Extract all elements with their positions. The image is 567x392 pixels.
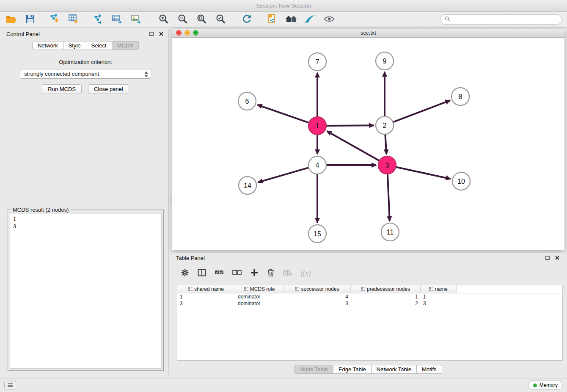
graph-node-10[interactable]: 10	[452, 172, 470, 190]
search-input[interactable]	[453, 17, 557, 23]
graph-node-3[interactable]: 3	[378, 156, 396, 174]
toolbar-group-zoom	[157, 13, 227, 26]
criterion-dropdown[interactable]: strongly connected component	[20, 69, 151, 79]
function-builder-button: f(x)	[301, 269, 311, 278]
close-panel-icon[interactable]	[159, 32, 163, 36]
table-cell[interactable]: 4	[284, 293, 351, 300]
column-header-predecessor-nodes[interactable]: predecessor nodes	[351, 285, 421, 293]
show-hide-button[interactable]	[322, 13, 336, 26]
open-session-button[interactable]	[4, 13, 18, 26]
table-cell[interactable]: 3	[421, 300, 457, 307]
control-panel-tabs: NetworkStyleSelectMCDS	[3, 41, 168, 50]
tab-mcds[interactable]: MCDS	[112, 41, 139, 50]
tab-network[interactable]: Network	[32, 41, 63, 50]
close-panel-button[interactable]: Close panel	[88, 84, 129, 94]
export-table-button[interactable]	[110, 13, 124, 26]
graph-node-7[interactable]: 7	[308, 53, 326, 71]
table-cell[interactable]: dominator	[235, 300, 284, 307]
import-table-button[interactable]	[67, 13, 80, 26]
close-table-panel-icon[interactable]	[555, 256, 559, 260]
first-neighbors-button[interactable]	[284, 13, 298, 26]
table-cell[interactable]: 3	[177, 300, 235, 307]
table-panel: Table Panel f(x) shared nameMCDS rolesuc…	[172, 253, 564, 375]
tab-style[interactable]: Style	[63, 41, 86, 50]
select-all-button[interactable]	[215, 270, 224, 276]
import-network-button[interactable]	[48, 13, 61, 26]
task-history-button[interactable]	[4, 381, 16, 389]
graph-node-4[interactable]: 4	[308, 156, 326, 174]
graph-node-15[interactable]: 15	[308, 225, 326, 243]
graph-edge-1-6[interactable]	[258, 105, 309, 123]
graph-node-8[interactable]: 8	[451, 88, 469, 105]
table-tab-node-table[interactable]: Node Table	[295, 365, 333, 374]
graph-edge-1-2[interactable]	[327, 125, 374, 126]
copy-network-button[interactable]	[265, 13, 279, 26]
table-row[interactable]: 3dominator323	[177, 300, 562, 307]
svg-text:10: 10	[457, 178, 465, 185]
network-window-title: scc.txt	[172, 29, 564, 37]
deselect-all-button[interactable]	[232, 270, 242, 276]
table-row[interactable]: 1dominator411	[177, 293, 562, 300]
graph-edge-4-14[interactable]	[258, 168, 308, 182]
zoom-fit-button[interactable]	[195, 13, 208, 26]
graph-node-1[interactable]: 1	[308, 117, 326, 135]
show-columns-button[interactable]	[198, 269, 206, 278]
save-session-button[interactable]	[23, 13, 37, 26]
network-canvas[interactable]: 7968124314101511	[172, 38, 564, 250]
network-window-titlebar[interactable]: × − + scc.txt	[172, 29, 564, 38]
minimize-window-button[interactable]: −	[184, 30, 190, 36]
graph-node-11[interactable]: 11	[381, 223, 399, 241]
column-header-successor-nodes[interactable]: successor nodes	[284, 285, 351, 293]
graph-edge-2-3[interactable]	[385, 135, 386, 154]
column-header-MCDS-role[interactable]: MCDS role	[235, 285, 284, 293]
add-row-button[interactable]	[250, 268, 259, 278]
apply-layout-button[interactable]	[240, 13, 253, 26]
graph-edge-3-1[interactable]	[327, 131, 379, 160]
zoom-in-button[interactable]	[157, 13, 170, 26]
graph-node-6[interactable]: 6	[238, 92, 256, 110]
annotations-button[interactable]	[303, 13, 317, 26]
table-tab-network-table[interactable]: Network Table	[372, 365, 417, 374]
graph-node-2[interactable]: 2	[376, 116, 394, 134]
table-cell[interactable]: 1	[421, 293, 457, 300]
tab-select[interactable]: Select	[86, 41, 112, 50]
graph-edge-2-8[interactable]	[394, 100, 450, 122]
title-bar: Session: New Session	[0, 0, 567, 12]
zoom-selected-button[interactable]	[214, 13, 227, 26]
network-graph[interactable]: 7968124314101511	[172, 38, 564, 250]
float-panel-icon[interactable]	[149, 32, 154, 36]
delete-row-button[interactable]	[267, 268, 275, 278]
window-title: Session: New Session	[256, 3, 311, 9]
table-cell[interactable]: 1	[351, 293, 421, 300]
main-toolbar	[0, 12, 567, 28]
graph-node-14[interactable]: 14	[239, 177, 256, 194]
export-image-button[interactable]	[129, 13, 143, 26]
checked-boxes-icon	[215, 270, 224, 276]
graph-edge-3-10[interactable]	[396, 167, 451, 179]
zoom-out-button[interactable]	[176, 13, 189, 26]
panel-splitter-handle[interactable]	[169, 193, 172, 207]
table-tab-motifs[interactable]: Motifs	[417, 365, 442, 374]
table-cell[interactable]: dominator	[235, 293, 284, 300]
table-cell[interactable]: 1	[177, 293, 235, 300]
table-settings-button[interactable]	[181, 268, 189, 278]
float-table-panel-icon[interactable]	[545, 256, 550, 260]
graph-edge-3-11[interactable]	[388, 174, 390, 221]
memory-button[interactable]: Memory	[528, 381, 563, 390]
close-window-button[interactable]: ×	[176, 30, 182, 36]
save-floppy-icon	[25, 14, 35, 25]
table-tab-edge-table[interactable]: Edge Table	[333, 365, 372, 374]
table-cell[interactable]: 2	[351, 300, 421, 307]
maximize-window-button[interactable]: +	[193, 30, 198, 36]
run-mcds-button[interactable]: Run MCDS	[42, 84, 82, 94]
mcds-result-text: 1 3	[10, 214, 162, 369]
import-table-icon	[68, 14, 79, 26]
column-header-shared-name[interactable]: shared name	[177, 285, 235, 293]
export-network-button[interactable]	[91, 13, 105, 26]
columns-icon	[198, 269, 206, 278]
table-cell[interactable]: 3	[284, 300, 351, 307]
list-icon	[7, 382, 13, 389]
graph-node-9[interactable]: 9	[376, 52, 394, 70]
toolbar-group-view	[265, 13, 336, 26]
column-header-name[interactable]: name	[421, 285, 457, 293]
